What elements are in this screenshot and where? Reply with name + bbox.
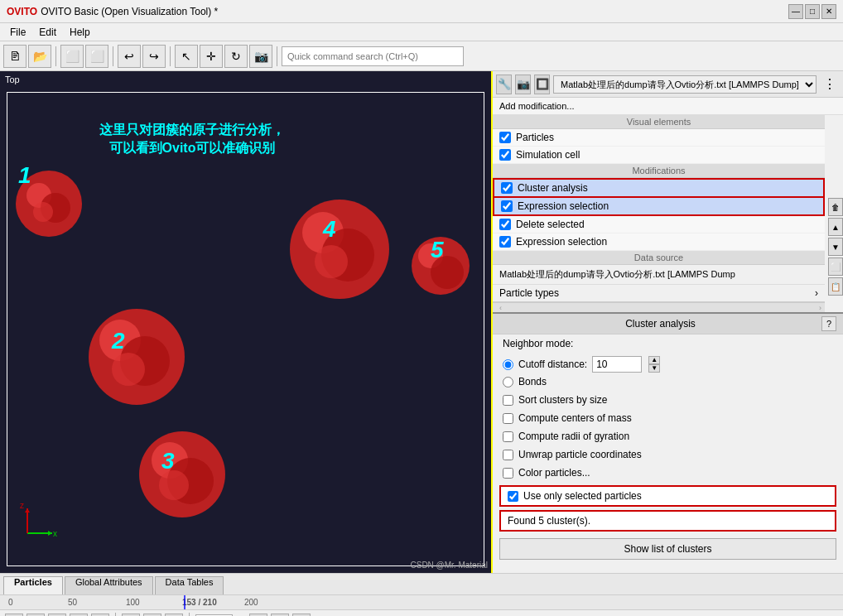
neighbor-mode-label: Neighbor mode:	[493, 334, 843, 353]
next-frame-button[interactable]: ⏩	[70, 614, 88, 617]
spin-up-btn[interactable]: ▲	[648, 356, 660, 364]
cluster-number-4: 4	[323, 216, 336, 243]
bonds-label: Bonds	[518, 376, 547, 387]
pipeline-icon-1[interactable]: 🔧	[496, 75, 512, 94]
toolbar-separator-2	[113, 46, 113, 66]
bonds-radio[interactable]	[503, 377, 513, 387]
paste-btn[interactable]: 📋	[828, 277, 843, 296]
use-selected-checkbox[interactable]	[508, 491, 518, 502]
horiz-scrollbar[interactable]: ‹ ›	[493, 302, 825, 312]
export-button[interactable]: ▷	[271, 614, 289, 617]
modifier-delete-sel[interactable]: Delete selected	[493, 216, 825, 233]
select-button[interactable]: ↖	[175, 45, 198, 68]
delete-modifier-btn[interactable]: 🗑	[828, 198, 843, 216]
menu-file[interactable]: File	[3, 25, 32, 40]
capture-button[interactable]: 📷	[249, 614, 267, 617]
right-panel-inner: 🔧 📷 🔲 Matlab处理后的dump请导入Ovtio分析.txt [LAMM…	[493, 71, 843, 573]
svg-point-7	[112, 353, 145, 386]
cutoff-value-input[interactable]: 10	[592, 356, 642, 373]
compute-centers-checkbox[interactable]	[503, 413, 513, 424]
viewport[interactable]: Top 这里只对团簇的原子进行分析， 可以看到Ovito可以准确识别 1	[0, 71, 493, 573]
modifier-simcell: Simulation cell	[493, 147, 825, 164]
move-button[interactable]: ✛	[200, 45, 223, 68]
save-button[interactable]: ⬜	[60, 45, 84, 68]
saveas-button[interactable]: ⬜	[85, 45, 108, 68]
sort-clusters-row: Sort clusters by size	[493, 391, 843, 409]
unwrap-checkbox[interactable]	[503, 450, 513, 460]
visibility-button[interactable]: 👁	[165, 614, 183, 617]
move-down-btn[interactable]: ▼	[828, 238, 843, 256]
play-button[interactable]: ▶	[48, 614, 66, 617]
pipeline-icon-3[interactable]: 🔲	[534, 75, 550, 94]
redo-button[interactable]: ↪	[142, 45, 166, 68]
title-bar: OVITO OVITO Basic (Open Visualization To…	[0, 0, 843, 23]
found-clusters-box: Found 5 cluster(s).	[499, 510, 836, 532]
magnifier-button[interactable]: 🔍	[122, 614, 140, 617]
modifier-cluster-analysis[interactable]: Cluster analysis	[493, 178, 825, 198]
deletesel-checkbox[interactable]	[499, 219, 511, 230]
menu-help[interactable]: Help	[63, 25, 97, 40]
rotate-button[interactable]: ↻	[224, 45, 248, 68]
cluster-checkbox[interactable]	[501, 182, 513, 194]
menu-edit[interactable]: Edit	[32, 25, 63, 40]
main-area: Top 这里只对团簇的原子进行分析， 可以看到Ovito可以准确识别 1	[0, 71, 843, 573]
viewport-label: Top	[5, 75, 20, 84]
pipeline-menu-btn[interactable]: ⋮	[820, 76, 840, 92]
new-file-button[interactable]: 🖹	[3, 45, 26, 68]
prev-frame-button[interactable]: ⏪	[26, 614, 45, 617]
cluster-analysis-panel: Cluster analysis ? Neighbor mode: Cutoff…	[493, 312, 843, 573]
spin-down-btn[interactable]: ▼	[648, 364, 660, 373]
cluster-number-3: 3	[161, 448, 175, 474]
playback-bar: ⏮ ⏪ ▶ ⏩ ⏭ 🔍 ✋ 👁 153 ⏱ 📷 ▷ ⛶	[0, 609, 843, 616]
undo-button[interactable]: ↩	[118, 45, 141, 68]
help-button[interactable]: ?	[821, 316, 836, 331]
bottom-tabs: Particles Global Attributes Data Tables	[0, 573, 843, 594]
sort-clusters-checkbox[interactable]	[503, 395, 513, 406]
playback-position-indicator	[184, 595, 185, 609]
simcell-checkbox[interactable]	[499, 149, 511, 161]
color-particles-row: Color particles...	[493, 464, 843, 482]
search-input[interactable]	[282, 46, 464, 66]
add-modification-row[interactable]: Add modification...	[493, 98, 843, 115]
toolbar-separator-1	[55, 46, 56, 66]
exprsel2-checkbox[interactable]	[499, 236, 511, 248]
cutoff-option: Cutoff distance: 10 ▲ ▼	[503, 354, 833, 374]
compute-centers-row: Compute centers of mass	[493, 409, 843, 427]
tab-global-attributes[interactable]: Global Attributes	[65, 576, 153, 594]
modifier-particles: Particles	[493, 129, 825, 147]
unwrap-label: Unwrap particle coordinates	[518, 449, 642, 460]
svg-text:z: z	[20, 501, 24, 510]
playback-sep-2	[189, 613, 190, 617]
particles-checkbox[interactable]	[499, 132, 511, 143]
minimize-button[interactable]: —	[788, 4, 803, 19]
copy-btn[interactable]: ⬜	[828, 257, 843, 276]
particle-types-chevron: ›	[815, 287, 818, 299]
modifier-expr-sel-2[interactable]: Expression selection	[493, 233, 825, 251]
show-list-button[interactable]: Show list of clusters	[499, 538, 836, 560]
pipeline-icon-2[interactable]: 📷	[515, 75, 531, 94]
close-button[interactable]: ✕	[821, 4, 836, 19]
move-up-btn[interactable]: ▲	[828, 218, 843, 236]
cluster-1-blob: 1	[10, 166, 89, 241]
particle-types-row[interactable]: Particle types ›	[493, 285, 825, 302]
pipeline-content: Visual elements Particles Simulation cel…	[493, 115, 843, 312]
compute-radii-checkbox[interactable]	[503, 431, 513, 442]
pipeline-dropdown[interactable]: Matlab处理后的dump请导入Ovtio分析.txt [LAMMPS Dum…	[553, 75, 817, 94]
cutoff-radio[interactable]	[503, 359, 513, 370]
particles-label: Particles	[516, 132, 818, 143]
modifier-expr-sel-1[interactable]: Expression selection	[493, 198, 825, 216]
color-particles-checkbox[interactable]	[503, 468, 513, 479]
exprsel1-checkbox[interactable]	[501, 200, 513, 212]
restore-button[interactable]: □	[805, 4, 820, 19]
fullscreen-button[interactable]: ⛶	[292, 614, 311, 617]
tab-data-tables[interactable]: Data Tables	[155, 576, 224, 594]
simcell-label: Simulation cell	[516, 149, 818, 161]
pan-button[interactable]: ✋	[143, 614, 161, 617]
open-button[interactable]: 📂	[28, 45, 51, 68]
first-frame-button[interactable]: ⏮	[5, 614, 23, 617]
tab-particles[interactable]: Particles	[3, 576, 63, 594]
unwrap-row: Unwrap particle coordinates	[493, 445, 843, 464]
screenshot-button[interactable]: 📷	[249, 45, 272, 68]
last-frame-button[interactable]: ⏭	[91, 614, 109, 617]
ruler-tick-200: 200	[244, 598, 258, 607]
